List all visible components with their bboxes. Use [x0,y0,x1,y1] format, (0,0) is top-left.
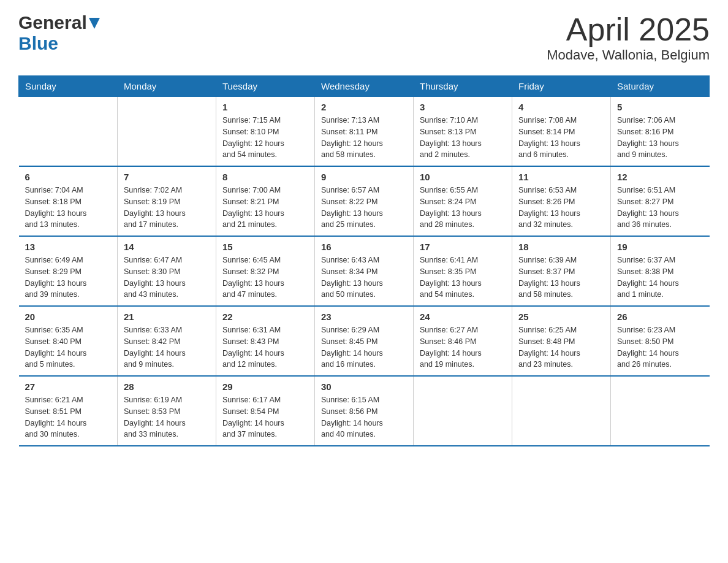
day-info: Sunrise: 6:51 AM Sunset: 8:27 PM Dayligh… [617,185,703,231]
calendar-cell-w3-d5: 17Sunrise: 6:41 AM Sunset: 8:35 PM Dayli… [414,236,512,306]
day-info: Sunrise: 7:02 AM Sunset: 8:19 PM Dayligh… [124,185,210,231]
calendar-cell-w5-d6 [512,376,611,446]
day-info: Sunrise: 6:27 AM Sunset: 8:46 PM Dayligh… [420,324,506,370]
svg-marker-0 [89,18,100,29]
header-thursday: Thursday [414,76,512,97]
day-info: Sunrise: 6:47 AM Sunset: 8:30 PM Dayligh… [124,255,210,301]
day-info: Sunrise: 6:21 AM Sunset: 8:51 PM Dayligh… [25,394,112,440]
day-number: 18 [518,242,604,252]
day-number: 25 [518,312,604,322]
day-info: Sunrise: 6:45 AM Sunset: 8:32 PM Dayligh… [222,255,308,301]
logo-triangle-icon [89,18,100,31]
day-number: 1 [222,102,308,112]
calendar-cell-w3-d4: 16Sunrise: 6:43 AM Sunset: 8:34 PM Dayli… [315,236,414,306]
calendar-cell-w1-d2 [118,97,216,167]
day-info: Sunrise: 6:31 AM Sunset: 8:43 PM Dayligh… [222,324,308,370]
day-info: Sunrise: 6:25 AM Sunset: 8:48 PM Dayligh… [518,324,604,370]
logo: General Blue [18,12,100,54]
calendar-cell-w3-d7: 19Sunrise: 6:37 AM Sunset: 8:38 PM Dayli… [611,236,710,306]
header-wednesday: Wednesday [315,76,414,97]
calendar-cell-w5-d4: 30Sunrise: 6:15 AM Sunset: 8:56 PM Dayli… [315,376,414,446]
day-info: Sunrise: 6:37 AM Sunset: 8:38 PM Dayligh… [617,255,703,301]
day-info: Sunrise: 7:15 AM Sunset: 8:10 PM Dayligh… [222,115,308,161]
day-info: Sunrise: 7:06 AM Sunset: 8:16 PM Dayligh… [617,115,703,161]
day-number: 16 [321,242,407,252]
page-header: General Blue April 2025 Modave, Wallonia… [18,12,710,63]
day-info: Sunrise: 6:53 AM Sunset: 8:26 PM Dayligh… [518,185,604,231]
calendar-cell-w1-d6: 4Sunrise: 7:08 AM Sunset: 8:14 PM Daylig… [512,97,611,167]
calendar-cell-w4-d4: 23Sunrise: 6:29 AM Sunset: 8:45 PM Dayli… [315,306,414,376]
day-number: 23 [321,312,407,322]
calendar-week-1: 1Sunrise: 7:15 AM Sunset: 8:10 PM Daylig… [19,97,710,167]
calendar-header-row: Sunday Monday Tuesday Wednesday Thursday… [19,76,710,97]
day-number: 24 [420,312,506,322]
calendar-cell-w5-d1: 27Sunrise: 6:21 AM Sunset: 8:51 PM Dayli… [19,376,118,446]
day-number: 12 [617,172,703,182]
calendar-week-5: 27Sunrise: 6:21 AM Sunset: 8:51 PM Dayli… [19,376,710,446]
day-number: 8 [222,172,308,182]
day-info: Sunrise: 6:49 AM Sunset: 8:29 PM Dayligh… [25,255,112,301]
calendar-cell-w5-d2: 28Sunrise: 6:19 AM Sunset: 8:53 PM Dayli… [118,376,216,446]
header-friday: Friday [512,76,611,97]
calendar-cell-w4-d2: 21Sunrise: 6:33 AM Sunset: 8:42 PM Dayli… [118,306,216,376]
calendar-cell-w5-d3: 29Sunrise: 6:17 AM Sunset: 8:54 PM Dayli… [216,376,315,446]
calendar-cell-w2-d5: 10Sunrise: 6:55 AM Sunset: 8:24 PM Dayli… [414,166,512,236]
calendar-cell-w2-d3: 8Sunrise: 7:00 AM Sunset: 8:21 PM Daylig… [216,166,315,236]
day-info: Sunrise: 6:23 AM Sunset: 8:50 PM Dayligh… [617,324,703,370]
calendar-cell-w5-d7 [611,376,710,446]
calendar-cell-w2-d1: 6Sunrise: 7:04 AM Sunset: 8:18 PM Daylig… [19,166,118,236]
day-number: 21 [124,312,210,322]
day-info: Sunrise: 7:13 AM Sunset: 8:11 PM Dayligh… [321,115,407,161]
day-number: 13 [25,242,112,252]
day-info: Sunrise: 6:15 AM Sunset: 8:56 PM Dayligh… [321,394,407,440]
day-number: 29 [222,381,308,392]
day-number: 5 [617,102,703,112]
calendar-cell-w1-d5: 3Sunrise: 7:10 AM Sunset: 8:13 PM Daylig… [414,97,512,167]
day-number: 3 [420,102,506,112]
day-number: 7 [124,172,210,182]
calendar-cell-w2-d2: 7Sunrise: 7:02 AM Sunset: 8:19 PM Daylig… [118,166,216,236]
day-info: Sunrise: 7:00 AM Sunset: 8:21 PM Dayligh… [222,185,308,231]
day-info: Sunrise: 7:04 AM Sunset: 8:18 PM Dayligh… [25,185,112,231]
day-number: 14 [124,242,210,252]
calendar-cell-w4-d5: 24Sunrise: 6:27 AM Sunset: 8:46 PM Dayli… [414,306,512,376]
calendar-cell-w1-d3: 1Sunrise: 7:15 AM Sunset: 8:10 PM Daylig… [216,97,315,167]
day-number: 26 [617,312,703,322]
day-number: 27 [25,381,112,392]
header-monday: Monday [118,76,216,97]
calendar-cell-w3-d6: 18Sunrise: 6:39 AM Sunset: 8:37 PM Dayli… [512,236,611,306]
calendar-week-4: 20Sunrise: 6:35 AM Sunset: 8:40 PM Dayli… [19,306,710,376]
calendar-cell-w4-d3: 22Sunrise: 6:31 AM Sunset: 8:43 PM Dayli… [216,306,315,376]
day-info: Sunrise: 6:55 AM Sunset: 8:24 PM Dayligh… [420,185,506,231]
calendar-week-2: 6Sunrise: 7:04 AM Sunset: 8:18 PM Daylig… [19,166,710,236]
day-info: Sunrise: 6:43 AM Sunset: 8:34 PM Dayligh… [321,255,407,301]
calendar-cell-w5-d5 [414,376,512,446]
logo-blue-text: Blue [18,33,58,53]
calendar-title: April 2025 [547,12,710,47]
day-number: 30 [321,381,407,392]
calendar-cell-w1-d7: 5Sunrise: 7:06 AM Sunset: 8:16 PM Daylig… [611,97,710,167]
header-sunday: Sunday [19,76,118,97]
day-number: 11 [518,172,604,182]
calendar-cell-w4-d1: 20Sunrise: 6:35 AM Sunset: 8:40 PM Dayli… [19,306,118,376]
calendar-cell-w2-d6: 11Sunrise: 6:53 AM Sunset: 8:26 PM Dayli… [512,166,611,236]
day-info: Sunrise: 6:57 AM Sunset: 8:22 PM Dayligh… [321,185,407,231]
header-saturday: Saturday [611,76,710,97]
calendar-cell-w4-d6: 25Sunrise: 6:25 AM Sunset: 8:48 PM Dayli… [512,306,611,376]
day-info: Sunrise: 6:29 AM Sunset: 8:45 PM Dayligh… [321,324,407,370]
calendar-cell-w2-d4: 9Sunrise: 6:57 AM Sunset: 8:22 PM Daylig… [315,166,414,236]
day-info: Sunrise: 7:10 AM Sunset: 8:13 PM Dayligh… [420,115,506,161]
day-info: Sunrise: 6:41 AM Sunset: 8:35 PM Dayligh… [420,255,506,301]
calendar-cell-w4-d7: 26Sunrise: 6:23 AM Sunset: 8:50 PM Dayli… [611,306,710,376]
day-number: 4 [518,102,604,112]
calendar-cell-w3-d1: 13Sunrise: 6:49 AM Sunset: 8:29 PM Dayli… [19,236,118,306]
day-number: 28 [124,381,210,392]
calendar-subtitle: Modave, Wallonia, Belgium [547,47,710,63]
logo-general-text: General [18,12,87,33]
calendar-week-3: 13Sunrise: 6:49 AM Sunset: 8:29 PM Dayli… [19,236,710,306]
calendar-cell-w3-d2: 14Sunrise: 6:47 AM Sunset: 8:30 PM Dayli… [118,236,216,306]
day-number: 10 [420,172,506,182]
calendar-cell-w2-d7: 12Sunrise: 6:51 AM Sunset: 8:27 PM Dayli… [611,166,710,236]
day-info: Sunrise: 6:17 AM Sunset: 8:54 PM Dayligh… [222,394,308,440]
day-info: Sunrise: 6:39 AM Sunset: 8:37 PM Dayligh… [518,255,604,301]
